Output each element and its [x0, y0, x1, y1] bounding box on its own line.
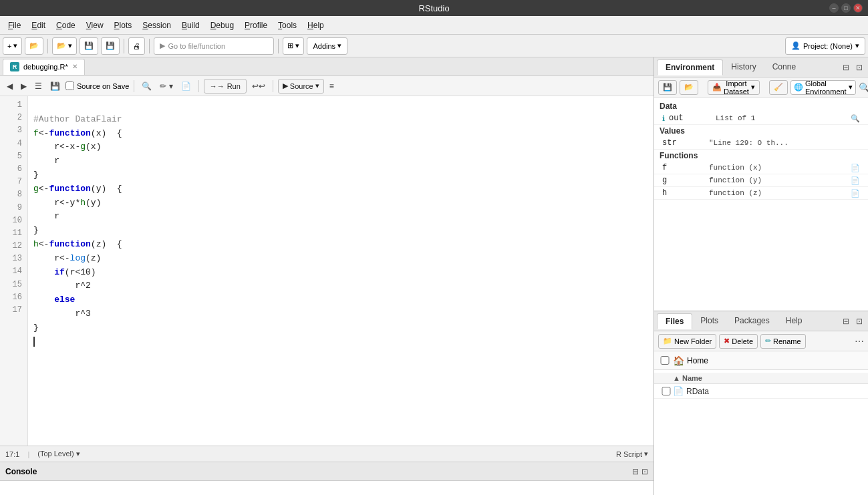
env-panel-minimize-button[interactable]: ⊟ [840, 61, 852, 73]
import-label: Import Dataset [724, 79, 749, 96]
run-icon: →→ [210, 82, 225, 90]
f-value: function (x) [709, 164, 851, 172]
rerun-button[interactable]: ↩↩ [249, 80, 268, 92]
global-env-label: Global Environment [805, 79, 847, 96]
data-section-label: Data [654, 100, 868, 112]
menu-debug[interactable]: Debug [205, 19, 239, 31]
files-panel-end-controls: ⊟ ⊡ [840, 315, 865, 327]
files-select-all-checkbox[interactable] [660, 356, 670, 365]
scope-dropdown-icon: ▾ [76, 450, 80, 458]
h-page-icon[interactable]: 📄 [851, 189, 860, 198]
str-name: str [662, 138, 709, 148]
print-button[interactable]: 🖨 [128, 37, 145, 55]
f-page-icon[interactable]: 📄 [851, 164, 860, 172]
menu-help[interactable]: Help [302, 19, 329, 31]
tab-plots[interactable]: Plots [692, 313, 726, 329]
rename-button[interactable]: ✏ Rename [760, 334, 806, 349]
source-dropdown-icon: ▾ [315, 81, 319, 90]
clear-workspace-button[interactable]: 🧹 [769, 80, 788, 95]
run-button[interactable]: →→ Run [204, 79, 247, 94]
maximize-button[interactable]: □ [841, 3, 851, 13]
pane-layout-button[interactable]: ⊞ ▾ [283, 37, 304, 55]
menu-plots[interactable]: Plots [109, 19, 138, 31]
tab-environment[interactable]: Environment [657, 59, 723, 75]
source-icon: ▶ [283, 81, 288, 90]
console-minimize-button[interactable]: ⊟ [632, 467, 639, 476]
out-search-icon[interactable]: 🔍 [851, 114, 860, 123]
name-column-header[interactable]: ▲ Name [673, 374, 863, 382]
close-button[interactable]: ✕ [853, 3, 863, 13]
tab-help[interactable]: Help [778, 313, 811, 329]
import-dataset-button[interactable]: 📥 Import Dataset ▾ [708, 80, 760, 95]
forward-button[interactable]: ▶ [18, 80, 29, 92]
window-controls[interactable]: – □ ✕ [829, 3, 863, 13]
menu-build[interactable]: Build [176, 19, 205, 31]
run-label: Run [227, 82, 241, 90]
files-tab-label: Files [666, 317, 684, 326]
cursor-position: 17:1 [5, 450, 19, 458]
delete-icon: ✖ [724, 337, 730, 345]
new-file-button[interactable]: + ▾ [3, 37, 22, 55]
save-button[interactable]: 💾 [80, 37, 98, 55]
console-title: Console [5, 467, 37, 476]
env-function-f: f function (x) 📄 [654, 162, 868, 174]
files-panel-minimize-button[interactable]: ⊟ [840, 315, 852, 327]
console-maximize-button[interactable]: ⊡ [641, 467, 648, 476]
go-to-file-box[interactable]: ▶ Go to file/function [154, 37, 274, 55]
files-panel-maximize-button[interactable]: ⊡ [853, 315, 865, 327]
env-data-out[interactable]: ℹ out List of 1 🔍 [654, 112, 868, 125]
save-workspace-button[interactable]: 💾 [658, 80, 677, 95]
broom-icon: 🧹 [774, 83, 783, 92]
editor-toolbar-sep1 [134, 80, 134, 92]
code-content[interactable]: #Author DataFlair f<-function(x) { r<-x-… [28, 96, 654, 446]
script-type-selector[interactable]: R Script ▾ [616, 450, 648, 458]
project-selector-button[interactable]: 👤 Project: (None) ▾ [785, 37, 865, 55]
menu-file[interactable]: File [3, 19, 26, 31]
compile-report-button[interactable]: 📄 [178, 80, 194, 92]
toolbar-separator-3 [149, 39, 150, 53]
new-project-button[interactable]: 📂 [25, 37, 43, 55]
code-editor[interactable]: 12345 678910 1112131415 1617 #Author Dat… [0, 96, 654, 446]
print-icon: 🖨 [133, 42, 140, 50]
save-editor-button[interactable]: 💾 [47, 80, 63, 92]
save-all-button[interactable]: 💾 [101, 37, 120, 55]
g-page-icon[interactable]: 📄 [851, 176, 860, 185]
search-env-button[interactable]: 🔍 [859, 82, 868, 93]
menu-tools[interactable]: Tools [273, 19, 302, 31]
source-outline-button[interactable]: ☰ [32, 80, 45, 92]
env-panel-maximize-button[interactable]: ⊡ [853, 61, 865, 73]
tab-packages[interactable]: Packages [726, 313, 778, 329]
menu-session[interactable]: Session [137, 19, 176, 31]
out-name: out [669, 114, 716, 123]
tab-history[interactable]: History [723, 59, 764, 75]
search-button[interactable]: 🔍 [139, 80, 154, 92]
files-path-home[interactable]: Home [687, 356, 708, 365]
minimize-button[interactable]: – [829, 3, 839, 13]
menu-profile[interactable]: Profile [239, 19, 273, 31]
files-item-checkbox[interactable] [660, 387, 673, 395]
save-workspace-icon: 💾 [663, 83, 672, 92]
source-button[interactable]: ▶ Source ▾ [278, 79, 324, 94]
new-folder-button[interactable]: 📁 New Folder [658, 334, 716, 349]
global-env-selector[interactable]: 🌐 Global Environment ▾ [790, 80, 856, 95]
editor-settings-button[interactable]: ≡ [327, 80, 337, 92]
menu-code[interactable]: Code [51, 19, 81, 31]
open-file-button[interactable]: 📂 ▾ [52, 37, 77, 55]
editor-tab-debugging[interactable]: R debugging.R* ✕ [3, 59, 85, 75]
menu-edit[interactable]: Edit [26, 19, 51, 31]
import-dropdown-icon: ▾ [751, 83, 755, 92]
source-on-save-checkbox[interactable] [65, 81, 74, 90]
menu-view[interactable]: View [81, 19, 109, 31]
more-options-button[interactable]: ⋯ [855, 336, 864, 347]
files-item-rdata[interactable]: 📄 RData [654, 384, 868, 399]
tab-close-button[interactable]: ✕ [72, 63, 78, 70]
addins-button[interactable]: Addins ▾ [307, 37, 347, 55]
code-tools-button[interactable]: ✏ ▾ [157, 80, 175, 92]
load-workspace-button[interactable]: 📂 [680, 80, 698, 95]
tab-connections[interactable]: Conne [764, 59, 804, 75]
delete-button[interactable]: ✖ Delete [719, 334, 758, 349]
history-tab-label: History [731, 62, 756, 71]
tab-files[interactable]: Files [657, 313, 692, 329]
scope-indicator[interactable]: (Top Level) ▾ [37, 450, 80, 458]
back-button[interactable]: ◀ [4, 80, 15, 92]
